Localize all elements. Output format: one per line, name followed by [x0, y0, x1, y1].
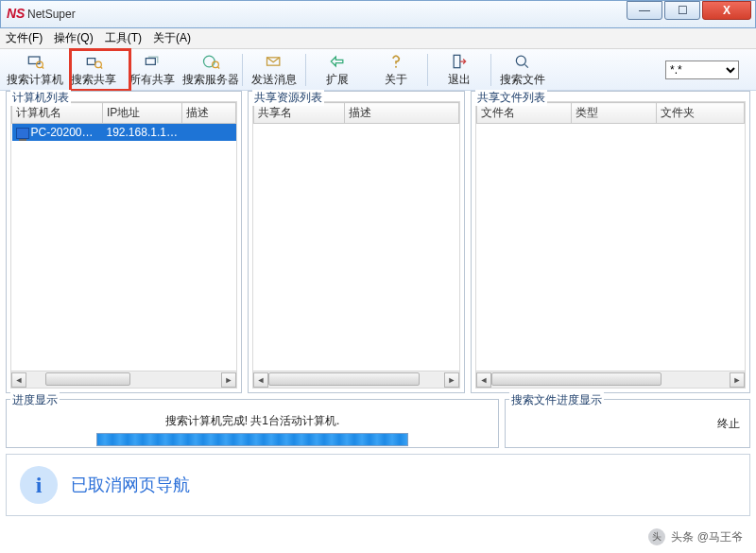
progress-row: 进度显示 搜索计算机完成! 共1台活动计算机. 搜索文件进度显示 终止 — [6, 399, 750, 448]
progress-panel: 进度显示 搜索计算机完成! 共1台活动计算机. — [6, 399, 499, 448]
info-banner: i 已取消网页导航 — [6, 454, 750, 516]
scroll-left-arrow[interactable]: ◄ — [11, 372, 26, 388]
question-icon — [386, 52, 406, 71]
table-row[interactable]: PC-2020011… 192.168.1.102 — [12, 124, 236, 142]
search-server-button[interactable]: 搜索服务器 — [181, 51, 240, 89]
search-file-icon — [512, 52, 533, 71]
work-area: 计算机列表 计算机名 IP地址 描述 PC-2020011… 192.168.1… — [0, 91, 756, 393]
file-progress-label: 搜索文件进度显示 — [509, 392, 604, 408]
file-filter-select[interactable]: *.* — [665, 60, 739, 79]
svg-line-7 — [218, 66, 220, 68]
file-list-label: 共享文件列表 — [475, 90, 547, 106]
search-server-icon — [200, 52, 221, 71]
file-progress-panel: 搜索文件进度显示 终止 — [505, 399, 750, 448]
toolbar-separator — [305, 54, 306, 86]
search-file-label: 搜索文件 — [500, 72, 545, 88]
toolbar-separator — [427, 54, 428, 86]
close-button[interactable]: X — [702, 1, 751, 20]
all-share-label: 所有共享 — [129, 72, 175, 88]
col-ip[interactable]: IP地址 — [103, 103, 182, 124]
svg-point-11 — [516, 56, 525, 65]
cell-computer-name: PC-2020011… — [31, 126, 103, 139]
avatar: 头 — [648, 528, 665, 545]
search-share-icon — [83, 52, 104, 71]
envelope-icon — [264, 52, 284, 71]
computer-list-panel: 计算机列表 计算机名 IP地址 描述 PC-2020011… 192.168.1… — [6, 91, 242, 393]
svg-rect-0 — [28, 57, 40, 64]
col-desc[interactable]: 描述 — [182, 103, 236, 124]
search-share-button[interactable]: 搜索共享 — [64, 51, 123, 89]
toolbar-separator — [490, 54, 491, 86]
share-list-panel: 共享资源列表 共享名 描述 ◄ ► — [248, 91, 465, 393]
search-computer-button[interactable]: 搜索计算机 — [6, 51, 64, 89]
computer-list-table[interactable]: 计算机名 IP地址 描述 PC-2020011… 192.168.1.102 — [11, 102, 236, 141]
extend-icon — [327, 52, 348, 71]
share-list-label: 共享资源列表 — [252, 90, 324, 106]
send-message-button[interactable]: 发送消息 — [245, 51, 303, 89]
progress-fill — [97, 434, 407, 445]
info-message: 已取消网页导航 — [71, 474, 190, 496]
svg-point-9 — [395, 65, 397, 67]
col-type[interactable]: 类型 — [572, 103, 657, 124]
extend-label: 扩展 — [326, 72, 349, 88]
menu-bar: 文件(F) 操作(Q) 工具(T) 关于(A) — [0, 28, 756, 49]
progress-bar — [96, 433, 408, 446]
svg-line-12 — [525, 64, 528, 67]
scroll-left-arrow[interactable]: ◄ — [253, 372, 268, 388]
window-controls: — ☐ X — [627, 1, 751, 20]
about-button[interactable]: 关于 — [367, 51, 425, 89]
file-list-panel: 共享文件列表 文件名 类型 文件夹 ◄ ► — [471, 91, 750, 393]
menu-operate[interactable]: 操作(Q) — [54, 30, 93, 46]
scroll-left-arrow[interactable]: ◄ — [476, 372, 491, 388]
menu-tool[interactable]: 工具(T) — [105, 30, 142, 46]
horizontal-scrollbar[interactable]: ◄ ► — [11, 371, 236, 388]
send-message-label: 发送消息 — [251, 72, 297, 88]
exit-label: 退出 — [448, 72, 471, 88]
window-title: NetSuper — [27, 8, 76, 21]
exit-button[interactable]: 退出 — [430, 51, 489, 89]
progress-label: 进度显示 — [10, 392, 60, 408]
cell-ip: 192.168.1.102 — [103, 124, 182, 142]
computer-list-label: 计算机列表 — [10, 90, 71, 106]
svg-rect-10 — [454, 55, 460, 67]
scroll-thumb[interactable] — [491, 372, 662, 386]
menu-about[interactable]: 关于(A) — [153, 30, 191, 46]
search-file-button[interactable]: 搜索文件 — [493, 51, 552, 89]
all-share-button[interactable]: 所有共享 — [123, 51, 181, 89]
scroll-thumb[interactable] — [268, 372, 420, 386]
all-share-icon — [142, 52, 163, 71]
col-folder[interactable]: 文件夹 — [657, 103, 745, 124]
menu-file[interactable]: 文件(F) — [6, 30, 43, 46]
maximize-button[interactable]: ☐ — [664, 1, 700, 20]
svg-line-4 — [101, 66, 103, 68]
toolbar-separator — [242, 54, 243, 86]
stop-button[interactable]: 终止 — [717, 416, 740, 432]
horizontal-scrollbar[interactable]: ◄ ► — [253, 371, 459, 388]
toolbar: 搜索计算机 搜索共享 所有共享 搜索服务器 发送消息 扩展 关于 退出 搜索文件… — [0, 49, 756, 91]
search-share-label: 搜索共享 — [71, 72, 116, 88]
svg-point-5 — [204, 56, 215, 67]
search-server-label: 搜索服务器 — [182, 72, 239, 88]
info-icon: i — [20, 466, 58, 504]
exit-icon — [449, 52, 470, 71]
file-filter[interactable]: *.* — [665, 60, 739, 79]
title-bar: NS NetSuper — ☐ X — [0, 0, 756, 28]
scroll-right-arrow[interactable]: ► — [444, 372, 459, 388]
scroll-right-arrow[interactable]: ► — [221, 372, 236, 388]
scroll-right-arrow[interactable]: ► — [730, 372, 745, 388]
svg-point-3 — [95, 61, 102, 68]
about-label: 关于 — [385, 72, 407, 88]
extend-button[interactable]: 扩展 — [308, 51, 367, 89]
app-icon: NS — [7, 6, 24, 23]
search-computer-icon — [25, 52, 45, 71]
computer-icon — [16, 128, 29, 139]
scroll-thumb[interactable] — [45, 372, 130, 386]
svg-line-2 — [43, 66, 44, 68]
cell-desc — [182, 124, 236, 142]
watermark: 头 头条 @马王爷 — [648, 528, 743, 545]
minimize-button[interactable]: — — [627, 1, 662, 20]
progress-status-text: 搜索计算机完成! 共1台活动计算机. — [165, 413, 340, 429]
col-share-desc[interactable]: 描述 — [345, 103, 459, 124]
horizontal-scrollbar[interactable]: ◄ ► — [476, 371, 745, 388]
search-computer-label: 搜索计算机 — [7, 72, 63, 88]
